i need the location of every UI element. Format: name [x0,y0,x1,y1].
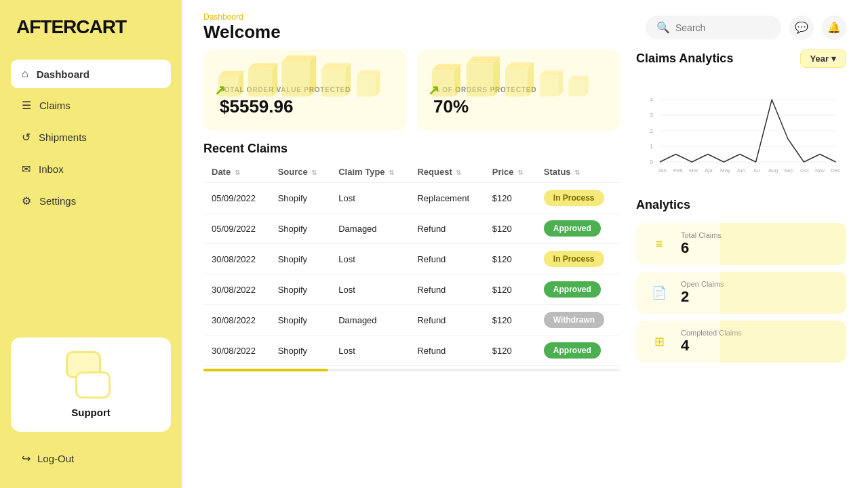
sort-icon[interactable]: ⇅ [574,169,580,176]
claims-icon: ☰ [22,99,31,112]
svg-text:Apr: Apr [705,167,713,174]
analytics-header: Claims Analytics Year ▾ [636,49,846,68]
svg-rect-12 [357,75,376,96]
svg-text:Oct: Oct [800,167,809,174]
sidebar-item-settings[interactable]: ⚙Settings [11,186,171,216]
breadcrumb: Dashboord [203,12,281,22]
cell-status: In Process [536,183,620,214]
search-input[interactable] [675,22,770,33]
sort-icon[interactable]: ⇅ [456,169,461,176]
svg-text:0: 0 [650,159,653,165]
body-area: ↗ TOTAL ORDER VALUE PROTECTED $5559.96 [182,49,868,488]
search-box[interactable]: 🔍 [646,16,781,39]
svg-text:Jun: Jun [736,167,745,174]
sort-icon[interactable]: ⇅ [311,169,317,176]
boxes-visual-1 [203,49,406,100]
notifications-icon-button[interactable]: 🔔 [822,16,846,40]
analytics-card-icon-2: ⊞ [647,329,671,354]
sort-icon[interactable]: ⇅ [235,169,240,176]
svg-text:Mar: Mar [689,167,698,174]
cell-source: Shopify [270,305,331,336]
header: Dashboord Welcome 🔍 💬 🔔 [182,0,868,49]
svg-text:2: 2 [650,127,653,134]
support-label: Support [71,407,111,418]
cell-date: 30/08/2022 [203,244,270,274]
cell-request: Refund [409,274,484,305]
analytics-card-label: Total Claims [681,231,722,239]
status-badge: Approved [544,281,601,298]
analytics-card-icon-1: 📄 [647,281,671,305]
logout-label: Log-Out [37,453,74,464]
logout-icon: ↪ [22,452,31,465]
cell-price: $120 [484,183,536,214]
sort-icon[interactable]: ⇅ [517,169,523,176]
cell-source: Shopify [270,183,331,214]
dashboard-icon: ⌂ [22,68,28,80]
cell-source: Shopify [270,244,331,274]
cell-date: 30/08/2022 [203,305,270,336]
sidebar-label-shipments: Shipments [39,131,87,143]
boxes-svg-2 [425,49,612,100]
sidebar-label-settings: Settings [39,195,76,207]
col-header-request: Request ⇅ [409,161,484,183]
analytics-section-title: Analytics [636,198,846,212]
svg-rect-9 [321,68,345,96]
cell-request: Refund [409,305,484,336]
status-badge: Withdrawn [544,312,604,328]
stat-arrow-2: ↗ [428,82,439,98]
cell-request: Refund [409,336,484,366]
scrollbar-track [203,369,620,371]
svg-text:Jul: Jul [753,167,760,174]
scrollbar-thumb [203,369,328,371]
sidebar-item-shipments[interactable]: ↺Shipments [11,123,171,152]
cell-price: $120 [484,244,536,274]
sidebar-item-dashboard[interactable]: ⌂Dashboard [11,60,171,88]
svg-text:Dec: Dec [831,167,840,174]
shipments-icon: ↺ [22,131,31,144]
analytics-card-icon-0: ≡ [647,232,671,256]
cell-type: Lost [330,336,409,366]
cell-status: Approved [536,214,620,244]
cell-status: Approved [536,274,620,305]
cell-status: In Process [536,244,620,274]
table-row: 30/08/2022 Shopify Lost Refund $120 In P… [203,244,620,274]
header-right: 🔍 💬 🔔 [646,16,846,40]
analytics-card-completed-claims: ⊞ Completed Claims 4 [636,321,846,363]
claims-chart: 0 1 2 3 4 Jan Feb Ma [636,84,846,179]
col-header-date: Date ⇅ [203,161,270,183]
svg-rect-27 [568,80,585,97]
sort-icon[interactable]: ⇅ [389,169,394,176]
messages-icon-button[interactable]: 💬 [789,16,814,40]
analytics-card-open-claims: 📄 Open Claims 2 [636,272,846,314]
sidebar-item-inbox[interactable]: ✉Inbox [11,155,171,184]
cell-status: Withdrawn [536,305,620,336]
analytics-card-text-0: Total Claims 6 [681,231,722,257]
recent-claims-section: Recent Claims Date ⇅Source ⇅Claim Type ⇅… [203,142,620,371]
chevron-down-icon: ▾ [831,54,836,64]
chart-area: 0 1 2 3 4 Jan Feb Ma [636,79,846,187]
svg-rect-21 [505,68,528,96]
sidebar-item-claims[interactable]: ☰Claims [11,91,171,120]
left-column: ↗ TOTAL ORDER VALUE PROTECTED $5559.96 [203,49,620,477]
header-left: Dashboord Welcome [203,12,281,43]
cell-date: 05/09/2022 [203,183,270,214]
card-bg [720,272,846,314]
logout-button[interactable]: ↪ Log-Out [11,445,171,472]
analytics-card-value: 2 [681,288,724,306]
year-label: Year [810,54,829,64]
inbox-icon: ✉ [22,163,31,176]
svg-text:Aug: Aug [768,167,778,174]
sidebar-label-claims: Claims [39,100,71,111]
analytics-title: Claims Analytics [636,52,733,66]
cell-type: Lost [330,244,409,274]
recent-claims-title: Recent Claims [203,142,620,156]
analytics-card-value: 6 [681,239,722,257]
year-filter-button[interactable]: Year ▾ [800,49,846,68]
search-icon: 🔍 [656,21,670,34]
analytics-card-total-claims: ≡ Total Claims 6 [636,223,846,265]
sidebar-label-inbox: Inbox [39,163,64,175]
svg-text:3: 3 [650,112,653,119]
status-badge: In Process [544,251,604,267]
stats-row: ↗ TOTAL ORDER VALUE PROTECTED $5559.96 [203,49,620,131]
chat-bubble-front [75,371,111,399]
